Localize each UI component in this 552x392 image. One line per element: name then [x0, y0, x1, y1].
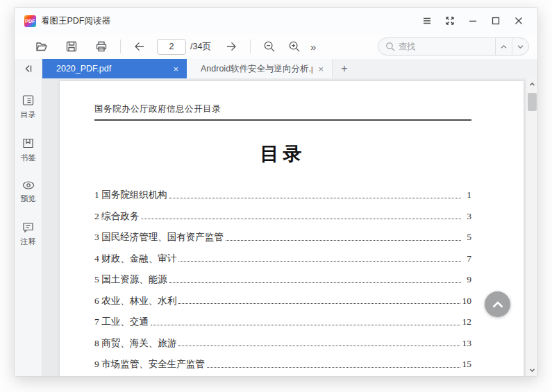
tab-label: 2020_PDF.pdf [56, 64, 167, 74]
toc-dot-leader [226, 235, 461, 241]
sidebar-item-annotations[interactable]: 注释 [21, 221, 36, 247]
page-header: 国务院办公厅政府信息公开目录 [94, 103, 471, 121]
toc-entry-label: 1 国务院组织机构 [94, 189, 167, 201]
toc-dot-leader [151, 319, 460, 325]
toc-dot-leader [178, 298, 460, 304]
close-icon[interactable] [508, 12, 529, 30]
next-page-icon[interactable] [221, 37, 242, 56]
search-icon [385, 42, 395, 51]
toc-entry[interactable]: 2 综合政务 3 [94, 206, 471, 228]
bookmark-icon [22, 137, 35, 150]
minimize-icon[interactable] [462, 12, 483, 30]
toc-entry-label: 6 农业、林业、水利 [94, 295, 176, 307]
page-total-label: /34页 [190, 41, 211, 53]
toc-entry-label: 8 商贸、海关、旅游 [94, 337, 176, 350]
toc-entry-label: 2 综合政务 [94, 210, 139, 223]
toc-entry-page: 12 [462, 316, 472, 327]
toc-dot-leader [207, 361, 460, 368]
toc-entry-page: 1 [463, 189, 471, 201]
tab-label: Android软件安全与逆向分析.pd [201, 63, 312, 75]
toc-entry-label: 5 国土资源、能源 [94, 273, 167, 286]
collapse-sidebar-icon[interactable] [15, 59, 42, 78]
title-bar: PDF 看图王PDF阅读器 [15, 8, 537, 34]
tab-close-icon[interactable]: × [172, 64, 180, 74]
vertical-scrollbar[interactable] [526, 78, 537, 376]
scrollbar-up-icon[interactable] [526, 78, 538, 90]
toc-dot-leader [178, 255, 461, 262]
toc-entry[interactable]: 8 商贸、海关、旅游 13 [94, 333, 471, 355]
menu-icon[interactable] [417, 12, 437, 30]
tab-bar: 2020_PDF.pdf × Android软件安全与逆向分析.pd × + [15, 59, 537, 78]
more-tools-button[interactable]: » [308, 41, 319, 53]
toc-icon [22, 94, 35, 107]
sidebar-item-label: 目录 [21, 110, 36, 120]
scrollbar-down-icon[interactable] [526, 364, 538, 376]
toc-dot-leader [178, 340, 460, 346]
app-logo-icon: PDF [24, 15, 36, 27]
sidebar-item-preview[interactable]: 预览 [21, 180, 36, 204]
toc-entry[interactable]: 3 国民经济管理、国有资产监管 5 [94, 227, 471, 248]
tab-2020-pdf[interactable]: 2020_PDF.pdf × [42, 59, 187, 78]
toc-entry-page: 5 [463, 232, 471, 243]
tab-android-pdf[interactable]: Android软件安全与逆向分析.pd × [187, 59, 333, 78]
toc-dot-leader [169, 192, 461, 198]
prev-page-icon[interactable] [129, 37, 150, 56]
preview-eye-icon [22, 180, 35, 191]
document-area: 国务院办公厅政府信息公开目录 目录 1 国务院组织机构 1 2 综合政务 3 3… [42, 78, 537, 376]
toc-entry[interactable]: 4 财政、金融、审计 7 [94, 248, 471, 270]
search-next-icon[interactable] [512, 38, 528, 55]
app-title: 看图王PDF阅读器 [41, 15, 110, 27]
toc-entry[interactable]: 7 工业、交通 12 [94, 312, 471, 333]
zoom-in-icon[interactable] [284, 37, 305, 56]
annotation-icon [22, 221, 35, 234]
fullscreen-icon[interactable] [440, 12, 460, 30]
sidebar: 目录 书签 预览 注释 [15, 78, 42, 376]
toc-entry-label: 4 财政、金融、审计 [94, 253, 176, 265]
new-tab-button[interactable]: + [333, 59, 356, 78]
maximize-icon[interactable] [485, 12, 506, 30]
zoom-out-icon[interactable] [259, 37, 280, 56]
open-file-icon[interactable] [31, 37, 52, 56]
toc-entry[interactable]: 6 农业、林业、水利 10 [94, 291, 471, 312]
toc-entry[interactable]: 9 市场监管、安全生产监管 15 [94, 354, 471, 375]
search-input[interactable] [399, 42, 495, 51]
toolbar-divider [120, 40, 121, 53]
chevron-up-icon [492, 300, 504, 309]
toc-entry-page: 9 [463, 274, 471, 285]
toc-entry-page: 15 [462, 359, 472, 370]
sidebar-item-label: 书签 [21, 153, 36, 163]
toc-entry-page: 13 [462, 338, 472, 349]
sidebar-item-label: 预览 [21, 194, 36, 204]
toc-entry-label: 3 国民经济管理、国有资产监管 [94, 231, 224, 244]
sidebar-item-toc[interactable]: 目录 [21, 94, 36, 120]
scrollbar-track[interactable] [526, 90, 537, 364]
page-number-input[interactable] [157, 39, 186, 55]
toc-entry[interactable]: 10 城乡建设、环境保护 16 [94, 375, 471, 377]
toc-entry-label: 7 工业、交通 [94, 316, 149, 328]
search-box [378, 37, 529, 56]
print-icon[interactable] [91, 37, 112, 56]
scroll-to-top-button[interactable] [485, 291, 510, 317]
toolbar: /34页 » [15, 34, 537, 59]
toc-entry-label: 9 市场监管、安全生产监管 [94, 358, 205, 370]
toc-entry-page: 7 [463, 253, 471, 264]
sidebar-item-label: 注释 [21, 237, 36, 247]
sidebar-item-bookmarks[interactable]: 书签 [21, 137, 36, 163]
page-title: 目录 [94, 142, 471, 167]
toc-dot-leader [169, 277, 461, 283]
tab-close-icon[interactable]: × [317, 64, 325, 74]
toc-entry-page: 10 [462, 296, 472, 307]
search-prev-icon[interactable] [495, 38, 512, 55]
save-icon[interactable] [61, 37, 82, 56]
toc-list: 1 国务院组织机构 1 2 综合政务 3 3 国民经济管理、国有资产监管 5 [94, 185, 471, 376]
toc-dot-leader [141, 213, 461, 219]
toc-entry-page: 3 [463, 211, 471, 222]
toc-entry[interactable]: 1 国务院组织机构 1 [94, 185, 471, 206]
toc-entry[interactable]: 5 国土资源、能源 9 [94, 269, 471, 291]
toolbar-divider [250, 40, 251, 53]
scrollbar-thumb[interactable] [528, 93, 537, 111]
main-area: 目录 书签 预览 注释 [15, 78, 537, 376]
pdf-page: 国务院办公厅政府信息公开目录 目录 1 国务院组织机构 1 2 综合政务 3 3… [60, 81, 524, 376]
app-window: PDF 看图王PDF阅读器 [14, 7, 538, 377]
